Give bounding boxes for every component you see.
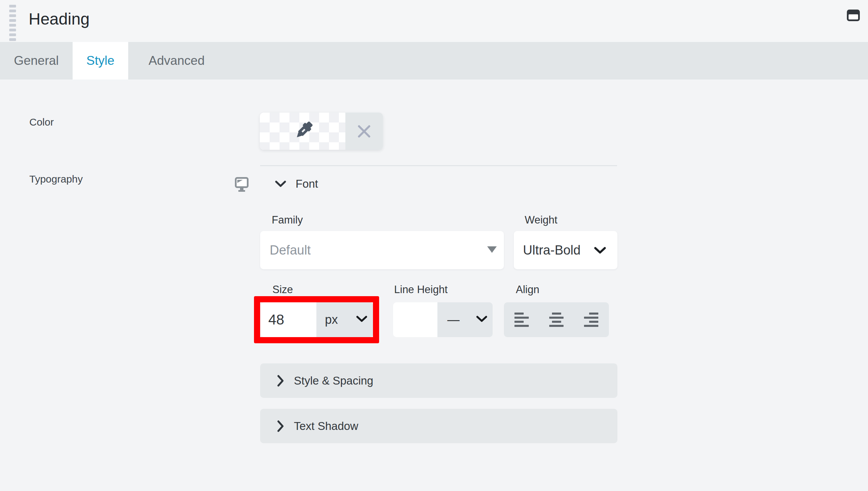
- x-icon: [357, 124, 372, 139]
- text-shadow-section-title: Text Shadow: [294, 420, 358, 433]
- tab-general[interactable]: General: [0, 42, 73, 80]
- line-height-field: —: [393, 302, 493, 337]
- text-shadow-section-toggle[interactable]: Text Shadow: [260, 409, 617, 443]
- font-section-title: Font: [296, 177, 318, 190]
- chevron-down-icon: [476, 316, 487, 324]
- font-weight-select[interactable]: Ultra-Bold: [514, 231, 617, 269]
- font-weight-value: Ultra-Bold: [523, 243, 581, 258]
- typography-field-label: Typography: [29, 173, 83, 185]
- tab-bar: General Style Advanced: [0, 42, 868, 80]
- align-center-icon: [552, 313, 561, 315]
- line-height-unit-value: —: [447, 313, 460, 327]
- clear-color-button[interactable]: [345, 113, 383, 150]
- panel-header: Heading: [0, 0, 868, 42]
- family-label: Family: [272, 214, 303, 226]
- tab-style[interactable]: Style: [73, 42, 128, 80]
- font-family-value: Default: [270, 243, 311, 258]
- tab-advanced[interactable]: Advanced: [128, 42, 225, 80]
- line-height-input-wrap: [393, 302, 437, 337]
- section-divider: [260, 165, 617, 166]
- line-height-input[interactable]: [393, 302, 437, 337]
- chevron-down-icon: [594, 247, 606, 256]
- chevron-right-icon: [277, 420, 284, 432]
- align-label: Align: [516, 284, 539, 296]
- align-button-group: [504, 302, 609, 337]
- font-family-select[interactable]: Default: [260, 231, 504, 269]
- weight-label: Weight: [525, 214, 557, 226]
- chevron-down-icon: [356, 316, 367, 324]
- color-picker-swatch: [260, 113, 383, 150]
- drag-handle[interactable]: [9, 5, 16, 41]
- align-right-button[interactable]: [584, 313, 598, 327]
- color-field-label: Color: [29, 116, 54, 128]
- font-size-input[interactable]: [261, 302, 316, 337]
- font-size-unit-value: px: [325, 313, 338, 327]
- style-spacing-section-toggle[interactable]: Style & Spacing: [260, 363, 617, 398]
- line-height-unit-select[interactable]: —: [437, 302, 493, 337]
- line-height-label: Line Height: [394, 284, 448, 296]
- font-size-field: px: [261, 302, 373, 337]
- align-right-icon: [589, 313, 598, 315]
- style-spacing-section-title: Style & Spacing: [294, 374, 373, 387]
- heading-settings-panel: Heading General Style Advanced Color: [0, 0, 868, 491]
- color-picker-button[interactable]: [260, 113, 345, 150]
- align-center-button[interactable]: [549, 313, 564, 327]
- triangle-down-icon: [487, 246, 497, 253]
- align-left-icon: [514, 313, 524, 315]
- font-size-unit-select[interactable]: px: [316, 302, 373, 337]
- font-section-toggle[interactable]: Font: [275, 175, 318, 192]
- responsive-toggle-icon[interactable]: [235, 177, 249, 193]
- panel-title: Heading: [29, 10, 90, 28]
- font-size-input-wrap: [261, 302, 316, 337]
- size-label: Size: [272, 284, 293, 296]
- chevron-right-icon: [277, 375, 284, 387]
- chevron-down-icon: [275, 180, 286, 187]
- align-left-button[interactable]: [514, 313, 529, 327]
- window-icon[interactable]: [847, 9, 860, 21]
- eyedropper-icon: [289, 118, 316, 145]
